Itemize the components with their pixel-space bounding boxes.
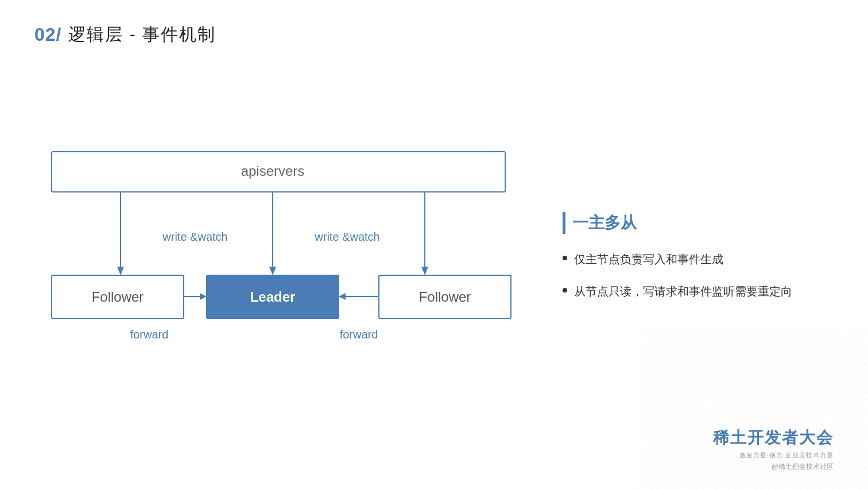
brand-title: 稀土开发者大会 [713, 427, 834, 449]
brand-handle: @稀土掘金技术社区 [772, 462, 834, 472]
bullet-dot-2 [563, 288, 567, 292]
bullet-item-2: 从节点只读，写请求和事件监听需要重定向 [563, 282, 834, 301]
forward-right-label: forward [340, 328, 378, 341]
svg-marker-6 [421, 267, 428, 275]
slide-header: 02/ 逻辑层 - 事件机制 [34, 23, 216, 47]
forward-left-label: forward [130, 328, 169, 341]
follower-right-label: Follower [419, 289, 471, 305]
svg-marker-13 [339, 293, 346, 300]
follower-left-label: Follower [92, 289, 144, 305]
bullet-dot-1 [563, 256, 567, 260]
slide-title: 逻辑层 - 事件机制 [68, 23, 216, 47]
diagram: apiservers write &watch write &watch Fol… [34, 140, 528, 361]
bullet-text-1: 仅主节点负责写入和事件生成 [574, 250, 723, 268]
footer-brand: 稀土开发者大会 激发力量·创力·企业应技术力量 @稀土掘金技术社区 [713, 427, 834, 472]
write-watch-left-label: write &watch [162, 230, 227, 243]
svg-marker-11 [200, 293, 207, 300]
bullet-list: 仅主节点负责写入和事件生成 从节点只读，写请求和事件监听需要重定向 [563, 250, 834, 301]
bullet-item-1: 仅主节点负责写入和事件生成 [563, 250, 834, 268]
apiserver-label: apiservers [241, 163, 305, 179]
right-panel: 一主多从 仅主节点负责写入和事件生成 从节点只读，写请求和事件监听需要重定向 [563, 201, 834, 301]
panel-heading: 一主多从 [563, 212, 834, 234]
svg-marker-4 [269, 267, 276, 275]
content-area: apiservers write &watch write &watch Fol… [34, 80, 834, 420]
slide-number: 02/ [34, 24, 61, 45]
svg-marker-2 [117, 267, 124, 275]
diagram-svg: apiservers write &watch write &watch Fol… [34, 140, 528, 359]
bullet-text-2: 从节点只读，写请求和事件监听需要重定向 [574, 282, 792, 301]
slide: 02/ 逻辑层 - 事件机制 apiservers write &watch [0, 0, 868, 489]
leader-label: Leader [250, 289, 296, 305]
write-watch-right-label: write &watch [314, 230, 379, 243]
brand-subtitle: 激发力量·创力·企业应技术力量 [739, 451, 834, 460]
